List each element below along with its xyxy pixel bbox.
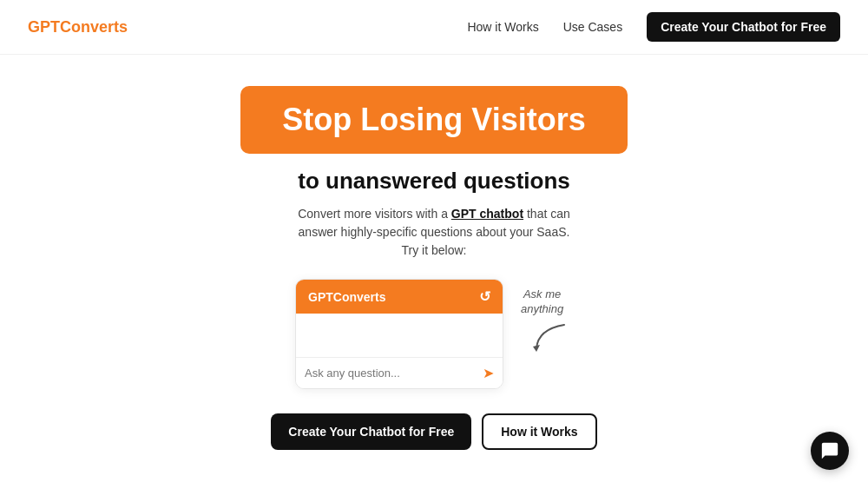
section2: Most Chatbots Suck Generic Chatbot Onlin… [0, 467, 868, 489]
nav-link-use-cases[interactable]: Use Cases [563, 20, 622, 34]
logo[interactable]: GPTConverts [28, 18, 128, 36]
chat-widget-name: GPTConverts [308, 290, 385, 304]
nav-links: How it Works Use Cases Create Your Chatb… [467, 12, 840, 42]
refresh-icon[interactable]: ↺ [479, 288, 490, 305]
logo-prefix: GPT [28, 18, 60, 36]
navbar: GPTConverts How it Works Use Cases Creat… [0, 0, 868, 55]
hero-cta-button[interactable]: Create Your Chatbot for Free [271, 413, 471, 450]
ask-me-bubble: Ask meanything [521, 279, 573, 355]
hero-desc-prefix: Convert more visitors with a [298, 207, 451, 221]
ask-me-text: Ask meanything [521, 287, 563, 317]
hero-desc-link[interactable]: GPT chatbot [451, 207, 523, 221]
arrow-icon [529, 320, 573, 355]
hero-buttons: Create Your Chatbot for Free How it Work… [271, 413, 596, 450]
logo-suffix: Converts [60, 18, 128, 36]
nav-cta-button[interactable]: Create Your Chatbot for Free [647, 12, 840, 42]
chat-input-field[interactable] [305, 367, 477, 380]
hero-section: Stop Losing Visitors to unanswered quest… [0, 55, 868, 467]
chat-body [296, 314, 503, 357]
svg-marker-0 [533, 345, 540, 352]
chat-area: GPTConverts ↺ ➤ Ask meanything [295, 279, 573, 389]
chat-widget-header: GPTConverts ↺ [296, 280, 503, 314]
chat-fab-button[interactable] [811, 432, 849, 470]
chat-input-row: ➤ [296, 357, 503, 388]
nav-link-how-it-works[interactable]: How it Works [467, 20, 538, 34]
chat-widget: GPTConverts ↺ ➤ [295, 279, 503, 389]
send-icon[interactable]: ➤ [483, 365, 494, 381]
hero-how-it-works-button[interactable]: How it Works [482, 413, 596, 450]
chat-fab-icon [820, 441, 839, 460]
hero-description: Convert more visitors with a GPT chatbot… [295, 205, 573, 260]
hero-subtitle: to unanswered questions [298, 168, 570, 195]
hero-badge: Stop Losing Visitors [240, 86, 627, 154]
